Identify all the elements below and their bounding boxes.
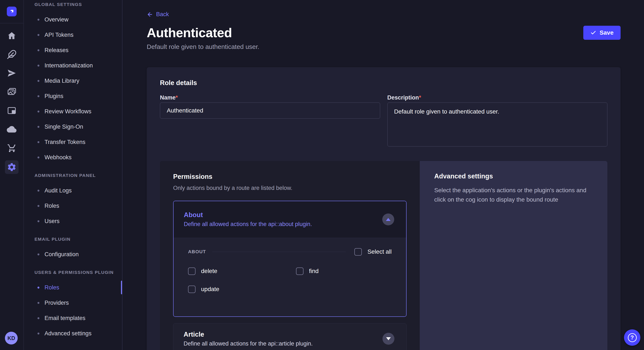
- group-divider: [212, 252, 346, 252]
- sidebar-item-transfer-tokens[interactable]: Transfer Tokens: [24, 134, 122, 150]
- bullet-icon: [38, 111, 40, 113]
- sidebar-item-providers[interactable]: Providers: [24, 295, 122, 311]
- collapse-toggle-button[interactable]: [382, 213, 394, 225]
- bullet-icon: [38, 126, 40, 128]
- bullet-icon: [38, 49, 40, 51]
- chevron-up-icon: [386, 218, 390, 221]
- sidebar-item-api-tokens[interactable]: API Tokens: [24, 27, 122, 42]
- role-details-heading: Role details: [160, 79, 607, 87]
- sidebar-item-internationalization[interactable]: Internationalization: [24, 58, 122, 73]
- bullet-icon: [38, 141, 40, 143]
- bullet-icon: [38, 220, 40, 222]
- page-subtitle: Default role given to authenticated user…: [147, 43, 620, 50]
- accordion-about-header[interactable]: About Define all allowed actions for the…: [174, 201, 406, 238]
- layout-icon[interactable]: [5, 104, 18, 117]
- find-label[interactable]: find: [309, 268, 318, 275]
- icon-rail: KD: [0, 0, 24, 350]
- sidebar-item-email-templates[interactable]: Email templates: [24, 311, 122, 326]
- paper-plane-icon[interactable]: [5, 67, 18, 80]
- bullet-icon: [38, 287, 40, 289]
- app-root: KD GLOBAL SETTINGS Overview API Tokens R…: [0, 0, 644, 350]
- sidebar-item-audit-logs[interactable]: Audit Logs: [24, 183, 122, 198]
- cloud-icon[interactable]: [5, 123, 18, 136]
- sidebar-item-plugins[interactable]: Plugins: [24, 88, 122, 104]
- accordion-article: Article Define all allowed actions for t…: [173, 323, 406, 350]
- advanced-settings-panel: Advanced settings Select the application…: [420, 161, 607, 350]
- action-find: find: [296, 268, 392, 275]
- sidebar-item-media-library[interactable]: Media Library: [24, 73, 122, 88]
- permissions-panel: Permissions Only actions bound by a rout…: [160, 161, 420, 350]
- sidebar-item-advanced-settings[interactable]: Advanced settings: [24, 326, 122, 341]
- permissions-section: Permissions Only actions bound by a rout…: [160, 161, 607, 350]
- advanced-settings-description: Select the application's actions or the …: [434, 186, 593, 204]
- bullet-icon: [38, 95, 40, 97]
- bullet-icon: [38, 302, 40, 304]
- nav-section-administration-panel: ADMINISTRATION PANEL Audit Logs Roles Us…: [24, 172, 122, 229]
- help-button[interactable]: ?: [624, 329, 640, 346]
- role-card: Role details Name* Description* Default …: [147, 67, 620, 350]
- sidebar-item-single-sign-on[interactable]: Single Sign-On: [24, 119, 122, 134]
- name-input[interactable]: [160, 103, 380, 119]
- media-library-icon[interactable]: [5, 85, 18, 98]
- question-mark-icon: ?: [628, 333, 637, 342]
- find-checkbox[interactable]: [296, 268, 304, 275]
- sidebar-item-review-workflows[interactable]: Review Workflows: [24, 104, 122, 119]
- check-icon: [590, 30, 596, 36]
- bullet-icon: [38, 333, 40, 335]
- feather-icon[interactable]: [5, 48, 18, 61]
- bullet-icon: [38, 65, 40, 67]
- section-title: USERS & PERMISSIONS PLUGIN: [24, 269, 122, 276]
- select-all-label[interactable]: Select all: [367, 248, 392, 255]
- page-title: Authenticated: [147, 26, 232, 40]
- rail-icon-nav: [5, 23, 18, 174]
- actions-grid: delete find update: [188, 268, 392, 293]
- settings-gear-icon[interactable]: [5, 160, 18, 174]
- strapi-logo-icon[interactable]: [7, 6, 16, 16]
- required-asterisk: *: [419, 94, 421, 101]
- description-textarea[interactable]: Default role given to authenticated user…: [388, 103, 608, 147]
- role-fields: Name* Description* Default role given to…: [160, 94, 607, 147]
- bullet-icon: [38, 253, 40, 255]
- advanced-settings-heading: Advanced settings: [434, 173, 593, 180]
- expand-toggle-button[interactable]: [382, 333, 394, 345]
- group-label: ABOUT: [188, 249, 206, 255]
- permissions-subtitle: Only actions bound by a route are listed…: [173, 185, 406, 191]
- sidebar-item-webhooks[interactable]: Webhooks: [24, 150, 122, 165]
- required-asterisk: *: [176, 94, 178, 101]
- page-header: Authenticated Save: [147, 26, 620, 40]
- name-field-group: Name*: [160, 94, 380, 147]
- description-field-group: Description* Default role given to authe…: [388, 94, 608, 147]
- cart-icon[interactable]: [5, 142, 18, 154]
- delete-checkbox[interactable]: [188, 268, 196, 275]
- bullet-icon: [38, 34, 40, 36]
- sidebar-item-releases[interactable]: Releases: [24, 42, 122, 58]
- nav-section-global-settings: GLOBAL SETTINGS Overview API Tokens Rele…: [24, 1, 122, 165]
- accordion-about: About Define all allowed actions for the…: [173, 201, 406, 317]
- select-all-item: Select all: [354, 248, 392, 256]
- delete-label[interactable]: delete: [201, 268, 217, 275]
- bullet-icon: [38, 205, 40, 207]
- permissions-heading: Permissions: [173, 173, 406, 180]
- save-button[interactable]: Save: [583, 26, 620, 40]
- back-link[interactable]: Back: [147, 11, 169, 18]
- accordion-about-title: About: [184, 211, 312, 219]
- avatar[interactable]: KD: [5, 332, 18, 345]
- update-label[interactable]: update: [201, 286, 219, 293]
- home-icon[interactable]: [5, 29, 18, 42]
- section-title: ADMINISTRATION PANEL: [24, 172, 122, 178]
- update-checkbox[interactable]: [188, 286, 196, 293]
- sidebar-item-admin-roles[interactable]: Roles: [24, 198, 122, 213]
- bullet-icon: [38, 19, 40, 21]
- action-delete: delete: [188, 268, 296, 275]
- sidebar-item-up-roles[interactable]: Roles: [24, 280, 122, 295]
- select-all-checkbox[interactable]: [354, 248, 362, 256]
- accordion-article-header[interactable]: Article Define all allowed actions for t…: [173, 324, 406, 350]
- sidebar-item-configuration[interactable]: Configuration: [24, 247, 122, 262]
- description-label: Description*: [388, 94, 608, 101]
- about-group-row: ABOUT Select all: [188, 248, 392, 256]
- sidebar-item-users[interactable]: Users: [24, 213, 122, 229]
- bullet-icon: [38, 317, 40, 319]
- bullet-icon: [38, 80, 40, 82]
- section-title: EMAIL PLUGIN: [24, 236, 122, 242]
- sidebar-item-overview[interactable]: Overview: [24, 12, 122, 27]
